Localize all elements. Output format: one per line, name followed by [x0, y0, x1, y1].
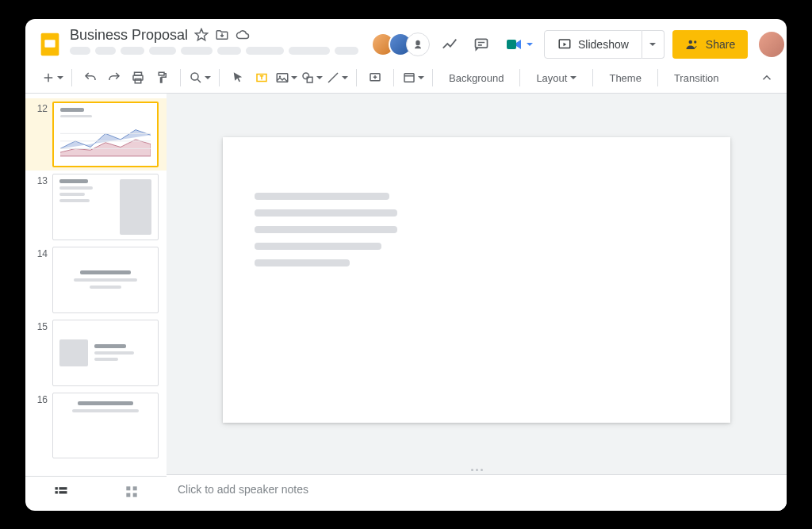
slide-thumbnail[interactable]: 13 — [25, 171, 167, 243]
menu-item[interactable] — [181, 47, 213, 55]
document-title[interactable]: Business Proposal — [70, 27, 188, 44]
slide-layout-tool[interactable] — [402, 67, 424, 88]
menu-item[interactable] — [289, 47, 330, 55]
image-tool[interactable] — [275, 67, 297, 88]
textbox-tool[interactable] — [251, 67, 272, 88]
titlebar: Business Proposal — [25, 19, 787, 63]
account-avatar[interactable] — [759, 32, 784, 57]
new-slide-button[interactable] — [41, 67, 63, 88]
version-history-icon[interactable] — [438, 33, 462, 56]
background-button[interactable]: Background — [441, 67, 511, 89]
slideshow-button[interactable]: Slideshow — [544, 30, 642, 59]
toolbar: Background Layout Theme Transition — [25, 63, 787, 94]
meet-button[interactable] — [501, 33, 536, 56]
filmstrip-panel: 12 13 — [25, 94, 167, 511]
share-label: Share — [706, 38, 735, 51]
menu-item[interactable] — [95, 47, 116, 55]
menu-item[interactable] — [217, 47, 241, 55]
slide-thumbnail[interactable]: 15 — [25, 316, 167, 389]
svg-rect-22 — [55, 491, 57, 493]
slide-thumbnail[interactable]: 12 — [25, 98, 167, 171]
svg-rect-26 — [132, 486, 136, 490]
comment-tool[interactable] — [365, 67, 385, 88]
svg-rect-25 — [126, 486, 130, 490]
anonymous-avatar[interactable] — [406, 33, 430, 56]
notes-resize-handle[interactable] — [167, 466, 787, 474]
menu-bar[interactable] — [70, 45, 358, 58]
comments-icon[interactable] — [469, 33, 493, 56]
print-button[interactable] — [128, 67, 148, 88]
svg-rect-2 — [476, 39, 488, 48]
menu-item[interactable] — [70, 47, 90, 55]
app-window: Business Proposal — [25, 19, 787, 511]
slide-thumbnail[interactable]: 16 — [25, 389, 167, 462]
filmstrip-footer — [25, 476, 167, 511]
shape-tool[interactable] — [301, 67, 323, 88]
chevron-down-icon — [527, 43, 533, 46]
paint-format-button[interactable] — [151, 67, 172, 88]
cloud-saved-icon[interactable] — [236, 28, 250, 42]
filmstrip-scroll[interactable]: 12 13 — [25, 94, 167, 476]
menu-item[interactable] — [149, 47, 176, 55]
canvas-area: Click to add speaker notes — [167, 94, 787, 511]
slide-number: 15 — [33, 320, 48, 332]
zoom-button[interactable] — [189, 67, 211, 88]
line-tool[interactable] — [326, 67, 348, 88]
move-folder-icon[interactable] — [215, 28, 229, 42]
svg-rect-28 — [132, 493, 136, 497]
slide-number: 14 — [33, 247, 48, 259]
collapse-toolbar-button[interactable] — [756, 67, 777, 88]
svg-rect-21 — [55, 487, 57, 489]
filmstrip-view-icon[interactable] — [53, 484, 69, 503]
slideshow-dropdown[interactable] — [642, 30, 665, 59]
slide-number: 16 — [33, 393, 48, 405]
svg-rect-3 — [507, 40, 516, 49]
svg-rect-1 — [44, 40, 55, 47]
slideshow-label: Slideshow — [578, 38, 629, 51]
collaborator-avatars[interactable] — [371, 33, 430, 56]
star-icon[interactable] — [194, 28, 209, 42]
grid-view-icon[interactable] — [124, 484, 140, 503]
svg-rect-17 — [404, 74, 414, 82]
theme-button[interactable]: Theme — [601, 67, 649, 89]
menu-item[interactable] — [335, 47, 358, 55]
layout-button[interactable]: Layout — [528, 67, 584, 89]
svg-point-14 — [303, 73, 309, 79]
svg-point-5 — [688, 40, 692, 44]
svg-rect-24 — [59, 491, 67, 493]
svg-point-10 — [191, 73, 198, 80]
slide-number: 12 — [33, 102, 48, 114]
menu-item[interactable] — [121, 47, 144, 55]
svg-rect-23 — [59, 487, 67, 489]
transition-button[interactable]: Transition — [666, 67, 727, 89]
menu-item[interactable] — [246, 47, 284, 55]
slide-thumbnail[interactable]: 14 — [25, 243, 167, 316]
share-button[interactable]: Share — [672, 30, 748, 59]
slide-canvas[interactable] — [223, 137, 730, 423]
select-tool[interactable] — [228, 67, 248, 88]
svg-point-6 — [694, 40, 696, 43]
redo-button[interactable] — [104, 67, 124, 88]
slides-app-icon[interactable] — [36, 25, 63, 63]
undo-button[interactable] — [80, 67, 101, 88]
speaker-notes[interactable]: Click to add speaker notes — [167, 474, 787, 511]
svg-rect-27 — [126, 493, 130, 497]
slide-number: 13 — [33, 174, 48, 186]
